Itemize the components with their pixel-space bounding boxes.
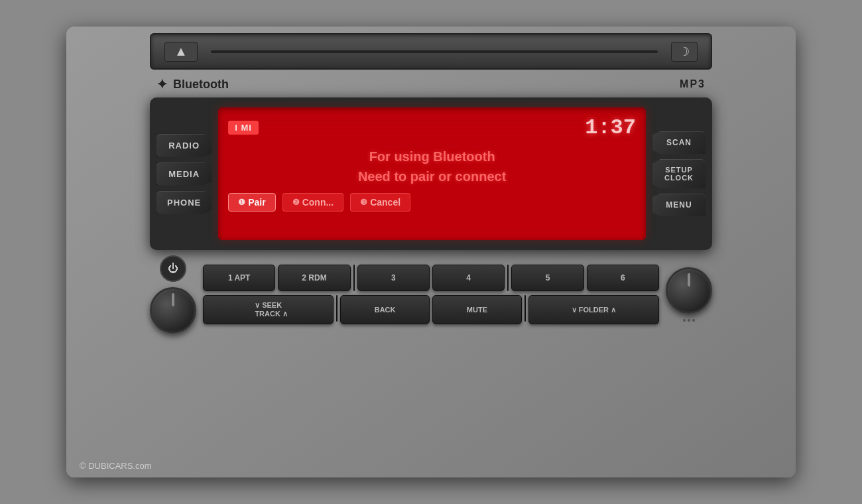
bluetooth-text: Bluetooth xyxy=(173,78,229,92)
watermark: © DUBICARS.com xyxy=(80,461,152,471)
mute-button[interactable]: MUTE xyxy=(432,295,522,324)
separator xyxy=(353,265,355,291)
preset-section: 1 APT 2 RDM 3 4 5 6 ∨ SEEK TRACK ∧ BACK … xyxy=(203,265,659,324)
power-icon: ⏻ xyxy=(168,263,178,275)
display-message: For using Bluetooth Need to pair or conn… xyxy=(228,147,636,186)
cd-slot-line xyxy=(211,50,658,53)
left-controls: RADIO MEDIA PHONE xyxy=(156,134,212,214)
separator3 xyxy=(336,295,338,322)
head-unit: ▲ ☽ ✦ Bluetooth MP3 RADIO MEDIA PHONE I … xyxy=(66,27,796,477)
volume-knob[interactable] xyxy=(150,287,196,334)
power-button[interactable]: ⏻ xyxy=(160,255,186,282)
phone-button[interactable]: PHONE xyxy=(156,191,212,214)
tune-knob[interactable] xyxy=(666,267,712,314)
back-button[interactable]: BACK xyxy=(340,295,430,324)
power-section: ⏻ xyxy=(150,255,196,334)
bluetooth-icon: ✦ xyxy=(156,76,168,92)
seek-down-button[interactable]: ∨ SEEK TRACK ∧ xyxy=(203,295,334,324)
connect-option-label: Conn... xyxy=(302,197,334,208)
label-row: ✦ Bluetooth MP3 xyxy=(150,76,712,92)
connect-option-button[interactable]: ❷ Conn... xyxy=(282,193,343,212)
eject-button[interactable]: ▲ xyxy=(164,42,198,62)
cancel-option-label: Cancel xyxy=(370,197,400,208)
pair-option-num: ❶ xyxy=(238,198,245,207)
display-mode-tag: I MI xyxy=(228,121,259,135)
control-row: ∨ SEEK TRACK ∧ BACK MUTE ∨ FOLDER ∧ xyxy=(203,295,659,324)
separator2 xyxy=(507,265,509,291)
bluetooth-label: ✦ Bluetooth xyxy=(156,76,229,92)
folder-button[interactable]: ∨ FOLDER ∧ xyxy=(528,295,659,324)
preset-2-button[interactable]: 2 RDM xyxy=(278,265,350,291)
display-options: ❶ Pair ❷ Conn... ❸ Cancel xyxy=(228,193,636,212)
main-body: RADIO MEDIA PHONE I MI 1:37 For using Bl… xyxy=(150,97,712,250)
display-top-bar: I MI 1:37 xyxy=(228,115,636,140)
bottom-area: ⏻ 1 APT 2 RDM 3 4 5 6 ∨ SEEK TRACK ∧ BAC… xyxy=(150,255,712,334)
tune-dots xyxy=(683,319,695,322)
preset-5-button[interactable]: 5 xyxy=(511,265,584,291)
cancel-option-button[interactable]: ❸ Cancel xyxy=(350,193,410,212)
preset-4-button[interactable]: 4 xyxy=(432,265,505,291)
tune-dot-3 xyxy=(692,319,695,322)
cd-slot-area: ▲ ☽ xyxy=(150,33,712,70)
pair-option-button[interactable]: ❶ Pair xyxy=(228,193,275,212)
right-controls: SCAN SETUPCLOCK MENU xyxy=(652,131,706,216)
preset-row: 1 APT 2 RDM 3 4 5 6 xyxy=(203,265,659,291)
moon-button[interactable]: ☽ xyxy=(671,42,698,62)
cancel-option-num: ❸ xyxy=(360,198,367,207)
menu-button[interactable]: MENU xyxy=(652,194,706,216)
scan-button[interactable]: SCAN xyxy=(652,131,706,154)
display-message-line1: For using Bluetooth xyxy=(228,147,636,166)
tune-section xyxy=(666,267,712,322)
preset-1-button[interactable]: 1 APT xyxy=(203,265,275,291)
connect-option-num: ❷ xyxy=(292,198,300,207)
tune-dot-2 xyxy=(688,319,690,322)
display-message-line2: Need to pair or connect xyxy=(228,166,636,186)
mp3-label: MP3 xyxy=(680,78,706,90)
preset-3-button[interactable]: 3 xyxy=(357,265,430,291)
display-time: 1:37 xyxy=(585,115,636,140)
media-button[interactable]: MEDIA xyxy=(156,162,212,186)
preset-6-button[interactable]: 6 xyxy=(587,265,659,291)
display-screen: I MI 1:37 For using Bluetooth Need to pa… xyxy=(218,107,646,240)
radio-button[interactable]: RADIO xyxy=(156,134,212,157)
tune-dot-1 xyxy=(683,319,686,322)
separator4 xyxy=(524,295,526,322)
setup-clock-button[interactable]: SETUPCLOCK xyxy=(652,159,706,188)
pair-option-label: Pair xyxy=(248,197,265,208)
